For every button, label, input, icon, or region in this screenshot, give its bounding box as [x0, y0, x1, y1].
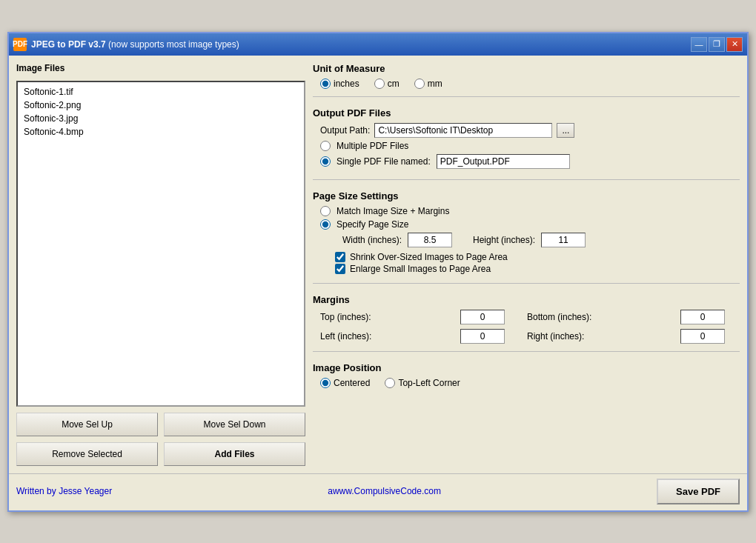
unit-section-title: Unit of Measure [313, 63, 740, 74]
enlarge-label: Enlarge Small Images to Page Area [350, 264, 491, 274]
browse-button[interactable]: ... [557, 123, 574, 138]
cm-option[interactable]: cm [374, 79, 399, 89]
inches-option[interactable]: inches [320, 79, 359, 89]
centered-radio[interactable] [320, 378, 331, 388]
remove-selected-button[interactable]: Remove Selected [16, 442, 158, 466]
restore-button[interactable]: ❐ [709, 37, 725, 52]
match-image-label: Match Image Size + Margins [336, 206, 449, 216]
page-size-section: Page Size Settings Match Image Size + Ma… [313, 190, 740, 284]
title-bar: PDF JPEG to PDF v3.7 (now supports most … [9, 33, 747, 56]
output-path-row: Output Path: ... [313, 123, 740, 138]
image-files-label: Image Files [16, 63, 305, 73]
top-margin-input[interactable] [460, 310, 505, 324]
left-margin-input[interactable] [460, 329, 505, 344]
width-input[interactable] [408, 233, 452, 247]
title-controls: — ❐ ✕ [691, 37, 743, 52]
main-window: PDF JPEG to PDF v3.7 (now supports most … [7, 32, 749, 512]
minimize-button[interactable]: — [691, 37, 707, 52]
match-image-row[interactable]: Match Image Size + Margins [313, 206, 740, 216]
enlarge-checkbox[interactable] [335, 264, 345, 274]
unit-radio-group: inches cm mm [313, 79, 740, 89]
height-label: Height (inches): [473, 235, 535, 245]
inches-label: inches [334, 79, 359, 89]
image-position-group: Centered Top-Left Corner [313, 378, 740, 388]
mm-radio[interactable] [414, 79, 425, 89]
output-pdf-title: Output PDF Files [313, 107, 740, 119]
output-path-input[interactable] [374, 123, 552, 138]
specify-page-row[interactable]: Specify Page Size [313, 219, 740, 230]
close-button[interactable]: ✕ [726, 37, 743, 52]
top-left-label: Top-Left Corner [398, 378, 460, 388]
margins-grid: Top (inches): Bottom (inches): Left (inc… [313, 310, 740, 344]
move-sel-up-button[interactable]: Move Sel Up [16, 413, 158, 436]
bottom-margin-label: Bottom (inches): [527, 312, 673, 322]
move-buttons-row: Move Sel Up Move Sel Down [16, 413, 305, 436]
add-files-button[interactable]: Add Files [164, 442, 305, 466]
shrink-checkbox[interactable] [335, 252, 345, 262]
author-text: Written by Jesse Yeager [16, 486, 112, 496]
multiple-pdf-radio[interactable] [320, 141, 331, 151]
margins-title: Margins [313, 294, 740, 305]
website-link[interactable]: awww.CompulsiveCode.com [328, 486, 441, 496]
mm-label: mm [428, 79, 442, 89]
file-list[interactable]: Softonic-1.tif Softonic-2.png Softonic-3… [16, 81, 305, 407]
enlarge-row[interactable]: Enlarge Small Images to Page Area [313, 264, 740, 274]
mm-option[interactable]: mm [414, 79, 442, 89]
cm-radio[interactable] [374, 79, 385, 89]
pdf-name-input[interactable] [437, 154, 570, 169]
left-margin-label: Left (inches): [320, 331, 453, 342]
list-item[interactable]: Softonic-3.jpg [21, 112, 301, 125]
page-size-title: Page Size Settings [313, 190, 740, 201]
image-position-section: Image Position Centered Top-Left Corner [313, 362, 740, 388]
top-margin-label: Top (inches): [320, 312, 453, 322]
right-margin-input[interactable] [680, 329, 725, 344]
right-margin-label: Right (inches): [527, 331, 673, 342]
multiple-pdf-row[interactable]: Multiple PDF Files [313, 141, 740, 151]
right-panel: Unit of Measure inches cm mm [313, 63, 740, 466]
save-pdf-button[interactable]: Save PDF [657, 479, 740, 504]
content-area: Image Files Softonic-1.tif Softonic-2.pn… [9, 56, 747, 473]
inches-radio[interactable] [320, 79, 331, 89]
shrink-label: Shrink Over-Sized Images to Page Area [350, 252, 508, 262]
app-icon: PDF [13, 38, 27, 51]
output-path-label: Output Path: [320, 125, 370, 136]
left-panel: Image Files Softonic-1.tif Softonic-2.pn… [16, 63, 305, 466]
image-position-title: Image Position [313, 362, 740, 373]
title-bar-left: PDF JPEG to PDF v3.7 (now supports most … [13, 38, 239, 51]
shrink-row[interactable]: Shrink Over-Sized Images to Page Area [313, 252, 740, 262]
single-pdf-label: Single PDF File named: [336, 156, 431, 167]
action-buttons-row: Remove Selected Add Files [16, 442, 305, 466]
match-image-radio[interactable] [320, 206, 331, 216]
unit-of-measure-section: Unit of Measure inches cm mm [313, 63, 740, 97]
centered-label: Centered [334, 378, 370, 388]
top-left-radio[interactable] [385, 378, 395, 388]
specify-page-radio[interactable] [320, 219, 331, 230]
width-label: Width (inches): [342, 235, 402, 245]
footer: Written by Jesse Yeager awww.CompulsiveC… [9, 473, 747, 510]
multiple-pdf-label: Multiple PDF Files [336, 141, 408, 151]
bottom-margin-input[interactable] [680, 310, 725, 324]
specify-page-label: Specify Page Size [336, 219, 408, 230]
window-title: JPEG to PDF v3.7 (now supports most imag… [31, 39, 239, 50]
centered-option[interactable]: Centered [320, 378, 370, 388]
margins-section: Margins Top (inches): Bottom (inches): L… [313, 294, 740, 352]
dimensions-row: Width (inches): Height (inches): [313, 233, 740, 247]
list-item[interactable]: Softonic-2.png [21, 99, 301, 112]
cm-label: cm [388, 79, 399, 89]
top-left-option[interactable]: Top-Left Corner [385, 378, 460, 388]
output-pdf-section: Output PDF Files Output Path: ... Multip… [313, 107, 740, 180]
move-sel-down-button[interactable]: Move Sel Down [164, 413, 305, 436]
single-pdf-radio[interactable] [320, 156, 331, 167]
list-item[interactable]: Softonic-4.bmp [21, 125, 301, 139]
single-pdf-row[interactable]: Single PDF File named: [313, 154, 740, 169]
list-item[interactable]: Softonic-1.tif [21, 85, 301, 99]
height-input[interactable] [541, 233, 586, 247]
